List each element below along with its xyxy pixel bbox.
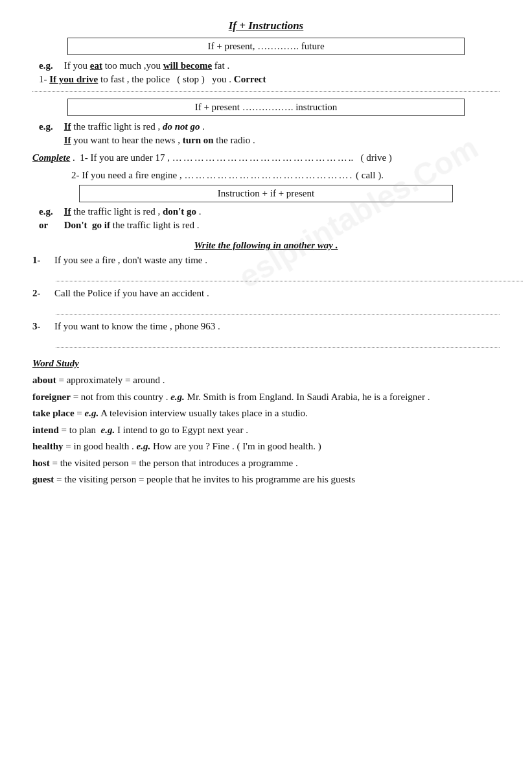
word-entry-about: about = approximately = around .: [32, 373, 500, 388]
word-entry-healthy: healthy = in good health . e.g. How are …: [32, 439, 500, 454]
example-text-3b: Don't go if the traffic light is red .: [64, 220, 200, 230]
eg-label-3a: e.g.: [39, 206, 62, 217]
example-text-2a: If the traffic light is red , do not go …: [64, 121, 205, 132]
complete-item2: 2- If you need a fire engine , …………………………: [32, 170, 500, 181]
answer-line-3: [56, 336, 500, 348]
write-text-3: If you want to know the time , phone 963…: [54, 321, 220, 332]
write-item-3: 3- If you want to know the time , phone …: [32, 321, 500, 332]
term-about: about: [32, 375, 56, 385]
word-entry-guest: guest = the visiting person = people tha…: [32, 472, 500, 487]
write-num-2: 2-: [32, 288, 51, 299]
page-title: If + Instructions: [32, 19, 500, 32]
separator-1: [32, 91, 500, 92]
def-takeplace: = e.g. A television interview usually ta…: [76, 408, 307, 418]
exercise-line-1: 1- If you drive to fast , the police ( s…: [32, 74, 500, 85]
example-text-3a: If the traffic light is red , don't go .: [64, 206, 202, 217]
term-guest: guest: [32, 474, 54, 484]
word-entry-foreigner: foreigner = not from this country . e.g.…: [32, 390, 500, 405]
write-item-2: 2- Call the Police if you have an accide…: [32, 288, 500, 299]
answer-line-1: [56, 270, 523, 281]
term-takeplace: take place: [32, 408, 75, 418]
term-host: host: [32, 458, 50, 468]
formula-box-3: Instruction + if + present: [79, 185, 453, 202]
formula-text-2: If + present ……………. instruction: [195, 102, 338, 113]
example-text-2b: If you want to hear the news , turn on t…: [64, 135, 255, 145]
write-title: Write the following in another way .: [32, 240, 500, 251]
complete-instruction: Complete . 1- If you are under 17 , ……………: [32, 152, 500, 163]
term-healthy: healthy: [32, 441, 64, 451]
example-3a: e.g. If the traffic light is red , don't…: [32, 206, 500, 217]
formula-box-1: If + present, …………. future: [67, 38, 465, 55]
write-num-3: 3-: [32, 321, 51, 332]
formula-text-3: Instruction + if + present: [218, 188, 314, 199]
def-host: = the visited person = the person that i…: [52, 458, 297, 468]
section2: If + present ……………. instruction e.g. If …: [32, 99, 500, 146]
exercise-text-1: 1- If you drive to fast , the police ( s…: [39, 74, 266, 84]
complete-label: Complete: [32, 152, 70, 163]
write-text-1: If you see a fire , don't waste any time…: [54, 255, 207, 266]
word-entry-host: host = the visited person = the person t…: [32, 456, 500, 471]
write-item-1: 1- If you see a fire , don't waste any t…: [32, 255, 500, 266]
write-num-1: 1-: [32, 255, 51, 266]
section1: If + present, …………. future e.g. If you e…: [32, 38, 500, 85]
write-text-2: Call the Police if you have an accident …: [54, 288, 209, 299]
def-healthy: = in good health . e.g. How are you ? Fi…: [65, 441, 321, 451]
def-intend: = to plan e.g. I intend to go to Egypt n…: [62, 425, 248, 435]
word-study-title: Word Study: [32, 358, 500, 369]
section5: Word Study about = approximately = aroun…: [32, 358, 500, 487]
or-label: or: [39, 220, 62, 231]
word-entry-takeplace: take place = e.g. A television interview…: [32, 406, 500, 421]
formula-box-2: If + present ……………. instruction: [67, 99, 465, 116]
section3: Complete . 1- If you are under 17 , ……………: [32, 152, 500, 231]
example-2b: If you want to hear the news , turn on t…: [32, 135, 500, 146]
section4: Write the following in another way . 1- …: [32, 240, 500, 348]
example-line-1: e.g. If you eat too much ,you will becom…: [32, 60, 500, 71]
example-text-1: If you eat too much ,you will become fat…: [64, 60, 229, 71]
def-foreigner: = not from this country . e.g. Mr. Smith…: [73, 392, 430, 402]
def-about: = approximately = around .: [58, 375, 165, 385]
term-intend: intend: [32, 425, 59, 435]
example-3b: or Don't go if the traffic light is red …: [32, 220, 500, 231]
word-entry-intend: intend = to plan e.g. I intend to go to …: [32, 423, 500, 438]
term-foreigner: foreigner: [32, 392, 71, 402]
formula-text-1: If + present, …………. future: [207, 41, 324, 52]
eg-label-2a: e.g.: [39, 121, 62, 132]
answer-line-2: [56, 303, 500, 314]
eg-label-1: e.g.: [39, 60, 62, 71]
example-2a: e.g. If the traffic light is red , do no…: [32, 121, 500, 132]
def-guest: = the visiting person = people that he i…: [56, 474, 355, 484]
